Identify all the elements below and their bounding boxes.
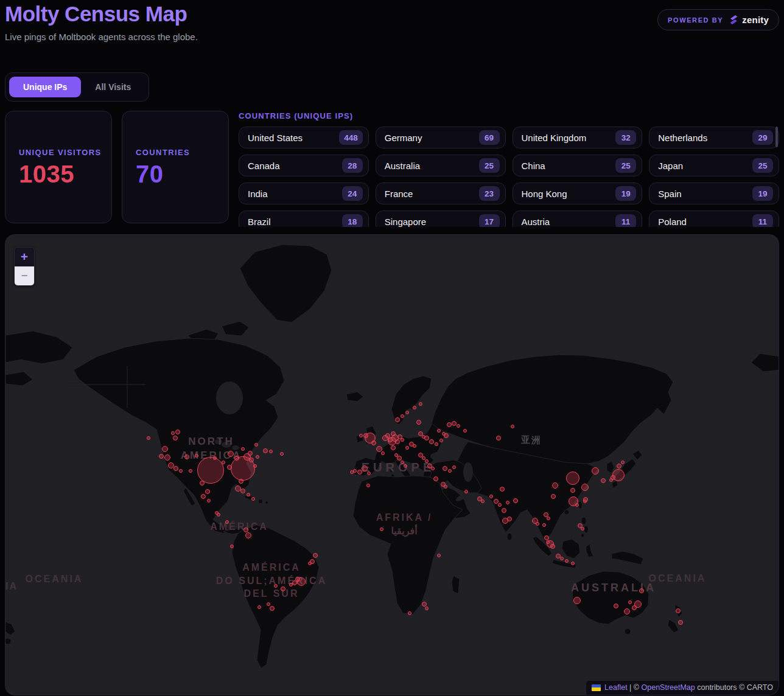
ping-marker[interactable] [270, 606, 275, 611]
ping-marker[interactable] [507, 517, 512, 521]
ping-marker[interactable] [175, 430, 180, 434]
ping-marker[interactable] [222, 461, 225, 464]
ping-marker[interactable] [404, 464, 407, 468]
ping-marker[interactable] [247, 493, 250, 496]
ping-marker[interactable] [422, 435, 425, 439]
ping-marker[interactable] [442, 432, 446, 436]
ping-marker[interactable] [381, 451, 385, 455]
ping-marker[interactable] [391, 431, 396, 436]
ping-marker[interactable] [367, 472, 371, 475]
ping-marker[interactable] [464, 490, 468, 493]
ping-marker[interactable] [463, 429, 467, 433]
ping-marker[interactable] [254, 443, 258, 447]
ping-marker[interactable] [566, 472, 579, 485]
ping-marker[interactable] [173, 436, 178, 440]
ping-marker[interactable] [444, 485, 447, 489]
ping-marker[interactable] [391, 445, 396, 450]
ping-marker[interactable] [614, 604, 618, 608]
ping-marker[interactable] [256, 455, 259, 459]
ping-marker[interactable] [371, 440, 376, 445]
countries-scrollbar-thumb[interactable] [775, 127, 778, 147]
ping-marker[interactable] [207, 499, 211, 503]
ping-marker[interactable] [592, 467, 599, 475]
openstreetmap-link[interactable]: OpenStreetMap [642, 683, 695, 692]
world-map[interactable]: NORTH AMERICAEUROPE亚洲AFRIKA / أفريقياAMÉ… [5, 234, 779, 695]
ping-marker[interactable] [628, 600, 632, 604]
ping-marker[interactable] [437, 429, 441, 433]
ping-marker[interactable] [489, 495, 493, 498]
ping-marker[interactable] [274, 584, 278, 588]
ping-marker[interactable] [241, 447, 245, 451]
ping-marker[interactable] [621, 461, 625, 464]
ping-marker[interactable] [225, 520, 229, 524]
ping-marker[interactable] [164, 454, 170, 461]
ping-marker[interactable] [245, 532, 251, 538]
ping-marker[interactable] [547, 517, 550, 520]
ping-marker[interactable] [513, 498, 518, 503]
ping-marker[interactable] [494, 499, 499, 504]
ping-marker[interactable] [251, 497, 255, 501]
ping-marker[interactable] [425, 459, 429, 463]
ping-marker[interactable] [213, 456, 217, 460]
ping-marker[interactable] [552, 482, 558, 489]
ping-marker[interactable] [624, 608, 630, 614]
ping-marker[interactable] [498, 503, 502, 507]
ping-marker[interactable] [313, 553, 318, 558]
ping-marker[interactable] [269, 450, 273, 453]
ping-marker[interactable] [639, 588, 644, 593]
ping-marker[interactable] [267, 602, 270, 606]
ping-marker[interactable] [511, 425, 514, 428]
ping-marker[interactable] [401, 414, 404, 418]
ping-marker[interactable] [205, 489, 210, 494]
ping-marker[interactable] [447, 422, 452, 427]
ping-marker[interactable] [496, 436, 501, 440]
ping-marker[interactable] [609, 478, 613, 482]
ping-marker[interactable] [433, 476, 438, 481]
ping-marker[interactable] [388, 437, 396, 445]
ping-marker[interactable] [452, 421, 457, 426]
ping-marker[interactable] [429, 439, 434, 444]
ping-marker[interactable] [292, 580, 297, 585]
ping-marker[interactable] [147, 436, 150, 440]
ping-marker[interactable] [676, 608, 681, 613]
ping-marker[interactable] [380, 527, 383, 531]
ping-marker[interactable] [215, 511, 219, 515]
ping-marker[interactable] [397, 456, 402, 461]
ping-marker[interactable] [435, 442, 438, 446]
ping-marker[interactable] [560, 557, 564, 560]
ping-marker[interactable] [189, 469, 192, 473]
ping-marker[interactable] [678, 620, 683, 625]
ping-marker[interactable] [443, 466, 447, 471]
ping-marker[interactable] [308, 562, 312, 565]
ping-marker[interactable] [570, 488, 575, 493]
ping-marker[interactable] [248, 451, 253, 456]
ping-marker[interactable] [408, 611, 411, 615]
ping-marker[interactable] [159, 454, 164, 459]
ping-marker[interactable] [405, 446, 409, 450]
ping-marker[interactable] [401, 438, 404, 442]
ping-marker[interactable] [162, 446, 168, 452]
leaflet-link[interactable]: Leaflet [604, 683, 628, 692]
ping-marker[interactable] [573, 597, 581, 604]
ping-marker[interactable] [366, 484, 370, 487]
ping-marker[interactable] [230, 545, 234, 548]
ping-marker[interactable] [542, 523, 546, 527]
ping-marker[interactable] [243, 527, 248, 532]
ping-marker[interactable] [481, 499, 485, 503]
ping-marker[interactable] [200, 481, 205, 485]
ping-marker[interactable] [257, 605, 261, 609]
ping-marker[interactable] [197, 457, 224, 484]
ping-marker[interactable] [425, 607, 429, 610]
ping-marker[interactable] [239, 479, 243, 484]
ping-marker[interactable] [280, 452, 284, 456]
ping-marker[interactable] [601, 478, 606, 483]
ping-marker[interactable] [201, 494, 206, 499]
ping-marker[interactable] [413, 406, 416, 409]
ping-marker[interactable] [551, 494, 556, 499]
ping-marker[interactable] [416, 420, 421, 425]
ping-marker[interactable] [634, 600, 642, 608]
ping-marker[interactable] [184, 454, 189, 459]
ping-marker[interactable] [431, 467, 435, 470]
ping-marker[interactable] [228, 451, 234, 457]
ping-marker[interactable] [289, 583, 293, 586]
